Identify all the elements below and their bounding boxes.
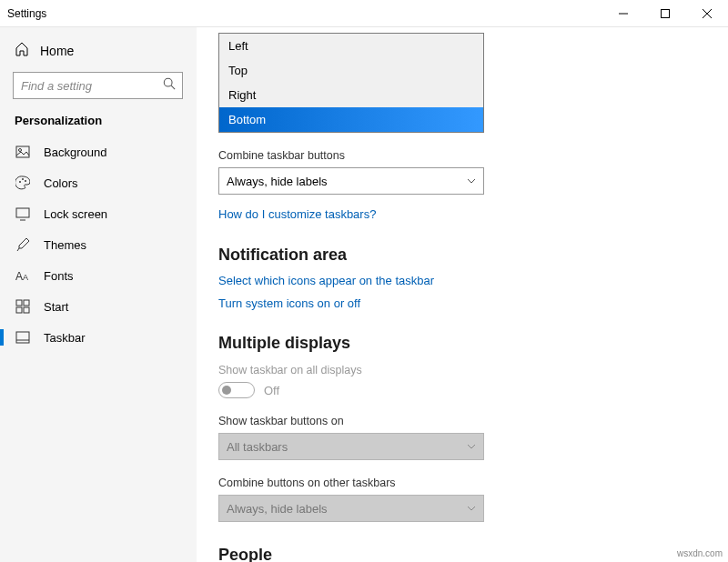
dropdown-option-top[interactable]: Top <box>219 58 483 83</box>
search-input[interactable] <box>13 72 183 99</box>
picture-icon <box>15 145 31 159</box>
svg-point-10 <box>25 180 26 182</box>
svg-rect-6 <box>16 146 29 157</box>
combine-value: Always, hide labels <box>227 175 328 188</box>
home-icon <box>15 42 29 59</box>
chevron-down-icon <box>467 175 476 188</box>
combine-label: Combine taskbar buttons <box>218 149 706 162</box>
show-all-displays-label: Show taskbar on all displays <box>218 364 706 376</box>
sidebar-item-label: Colors <box>44 176 78 190</box>
svg-point-7 <box>19 149 22 152</box>
chevron-down-icon <box>467 440 476 454</box>
sidebar-item-label: Background <box>44 146 106 159</box>
sidebar-item-colors[interactable]: Colors <box>0 167 196 198</box>
multiple-displays-heading: Multiple displays <box>218 334 706 353</box>
svg-rect-15 <box>16 300 22 306</box>
sidebar-item-label: Start <box>44 300 68 314</box>
palette-icon <box>15 176 31 190</box>
svg-point-8 <box>19 181 21 183</box>
monitor-icon <box>15 206 31 221</box>
svg-rect-18 <box>24 307 29 313</box>
svg-point-4 <box>164 78 172 86</box>
sidebar-section-title: Personalization <box>0 108 196 136</box>
buttons-on-select: All taskbars <box>218 433 484 460</box>
buttons-on-label: Show taskbar buttons on <box>218 415 706 427</box>
maximize-button[interactable] <box>644 0 686 26</box>
taskbar-icon <box>15 330 31 345</box>
sidebar-item-label: Fonts <box>44 269 74 283</box>
home-label: Home <box>40 44 74 58</box>
minimize-icon <box>619 9 628 18</box>
taskbar-location-dropdown[interactable]: Left Top Right Bottom <box>218 33 484 133</box>
sidebar-nav: Background Colors Lock screen Themes AA … <box>0 136 196 353</box>
dropdown-option-bottom[interactable]: Bottom <box>219 107 483 132</box>
combine-other-label: Combine buttons on other taskbars <box>218 477 706 489</box>
window-controls <box>602 0 728 26</box>
svg-rect-17 <box>16 307 22 313</box>
svg-rect-1 <box>662 9 670 17</box>
show-all-displays-toggle <box>218 382 255 398</box>
chevron-down-icon <box>467 502 476 516</box>
people-heading: People <box>218 546 706 562</box>
customize-taskbars-link[interactable]: How do I customize taskbars? <box>218 207 376 221</box>
sidebar-item-label: Taskbar <box>44 331 86 345</box>
brush-icon <box>15 237 31 252</box>
dropdown-option-left[interactable]: Left <box>219 34 483 58</box>
svg-rect-16 <box>24 300 29 306</box>
combine-other-select: Always, hide labels <box>218 495 484 522</box>
sidebar-item-fonts[interactable]: AA Fonts <box>0 260 196 291</box>
sidebar-item-label: Lock screen <box>44 207 107 221</box>
minimize-button[interactable] <box>602 0 644 26</box>
combine-other-value: Always, hide labels <box>227 502 328 516</box>
close-button[interactable] <box>686 0 728 26</box>
grid-icon <box>15 299 31 314</box>
show-all-displays-state: Off <box>264 384 279 397</box>
watermark: wsxdn.com <box>677 548 723 558</box>
notification-area-heading: Notification area <box>218 246 706 265</box>
close-icon <box>703 9 712 18</box>
sidebar-item-themes[interactable]: Themes <box>0 229 196 260</box>
system-icons-link[interactable]: Turn system icons on or off <box>218 296 706 310</box>
sidebar: Home Personalization Background Colors L… <box>0 27 197 562</box>
svg-text:A: A <box>23 273 28 282</box>
window-title: Settings <box>7 7 46 20</box>
svg-text:A: A <box>15 270 23 283</box>
maximize-icon <box>661 9 670 18</box>
svg-point-9 <box>22 178 24 180</box>
font-icon: AA <box>15 268 31 283</box>
home-link[interactable]: Home <box>0 35 196 66</box>
dropdown-option-right[interactable]: Right <box>219 83 483 107</box>
search-field[interactable] <box>13 72 183 99</box>
sidebar-item-taskbar[interactable]: Taskbar <box>0 322 196 353</box>
svg-line-5 <box>171 85 175 89</box>
svg-rect-11 <box>16 208 29 217</box>
combine-select[interactable]: Always, hide labels <box>218 167 484 195</box>
select-icons-link[interactable]: Select which icons appear on the taskbar <box>218 274 706 287</box>
svg-rect-19 <box>16 332 29 343</box>
search-icon <box>163 77 176 94</box>
buttons-on-value: All taskbars <box>227 440 288 454</box>
sidebar-item-label: Themes <box>44 238 86 252</box>
titlebar: Settings <box>0 0 728 27</box>
main-panel: Left Top Right Bottom Combine taskbar bu… <box>197 27 728 562</box>
sidebar-item-lock-screen[interactable]: Lock screen <box>0 198 196 229</box>
sidebar-item-start[interactable]: Start <box>0 291 196 322</box>
sidebar-item-background[interactable]: Background <box>0 136 196 167</box>
